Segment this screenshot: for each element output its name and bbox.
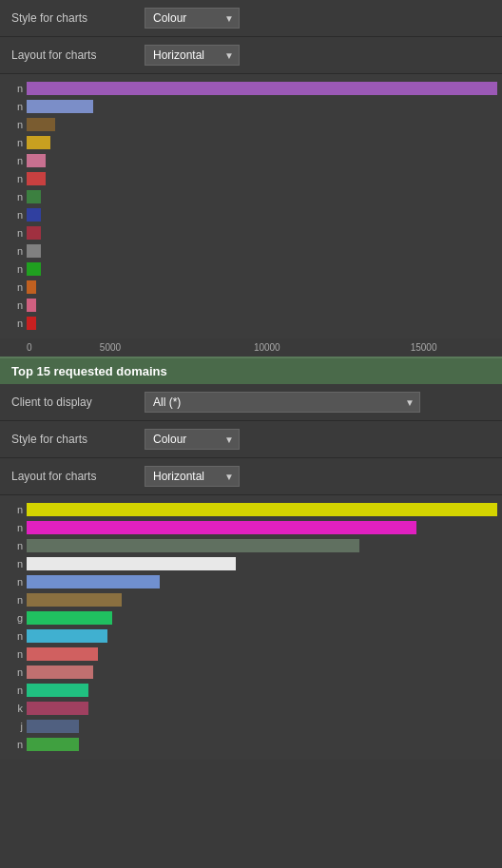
layout-label-top: Layout for charts [11,48,145,62]
style-select-top[interactable]: Colour [145,8,240,29]
bar-track [27,82,502,95]
bar-fill [27,521,416,534]
bar-track [27,720,502,733]
bar-label: n [0,245,27,257]
style-label-top: Style for charts [11,11,145,25]
style-select-bottom[interactable]: Colour [145,429,240,450]
bar-track [27,503,502,516]
layout-controls-row-bottom: Layout for charts Horizontal ▼ [0,458,502,495]
layout-label-bottom: Layout for charts [11,470,145,483]
bar-fill [27,244,41,258]
bottom-chart: nnnnnngnnnnkjn [0,495,502,760]
bar-fill [27,593,122,607]
bar-label: n [0,630,27,642]
bar-track [27,190,502,203]
top-chart-bar-row: n [0,170,502,187]
bar-label: n [0,119,27,130]
bar-label: n [0,648,27,660]
bar-fill [27,557,236,570]
style-select-wrapper-bottom[interactable]: Colour ▼ [145,429,240,450]
bar-label: n [0,318,27,329]
bar-fill [27,720,79,733]
layout-select-top[interactable]: Horizontal [145,45,240,66]
bar-label: n [0,137,27,148]
bar-track [27,317,502,330]
bar-fill [27,280,36,294]
top-chart-bar-row: n [0,315,502,332]
bar-label: n [0,209,27,221]
bottom-chart-bar-row: n [0,664,502,681]
bar-track [27,136,502,149]
bar-fill [27,299,36,312]
bar-label: n [0,558,27,569]
bottom-chart-bar-row: n [0,646,502,663]
layout-select-wrapper-bottom[interactable]: Horizontal ▼ [145,466,240,487]
bottom-section-header: Top 15 requested domains [0,357,502,384]
x-tick: 10000 [188,342,345,353]
top-chart-bar-row: n [0,116,502,133]
top-chart-bar-row: n [0,279,502,296]
bar-fill [27,539,359,552]
bottom-chart-bar-row: n [0,573,502,590]
bar-label: n [0,739,27,750]
bar-track [27,593,502,607]
style-label-bottom: Style for charts [11,433,145,446]
bottom-chart-bar-row: j [0,718,502,735]
bar-fill [27,226,41,240]
bar-label: n [0,227,27,239]
bottom-chart-bar-row: n [0,591,502,608]
bar-track [27,738,502,751]
bar-fill [27,647,98,661]
bar-track [27,280,502,294]
client-select-wrapper[interactable]: All (*) ▼ [145,392,420,413]
top-chart-bar-row: n [0,134,502,151]
top-chart-bar-row: n [0,206,502,223]
bar-track [27,702,502,715]
bar-label: j [0,721,27,732]
bar-fill [27,190,41,203]
style-select-wrapper-top[interactable]: Colour ▼ [145,8,240,29]
bottom-chart-bar-row: n [0,682,502,699]
top-chart-bar-row: n [0,188,502,205]
bottom-chart-bar-row: n [0,555,502,572]
bottom-section: Top 15 requested domains Client to displ… [0,357,502,760]
bar-track [27,100,502,113]
bar-track [27,684,502,697]
top-chart-bar-row: n [0,297,502,314]
top-chart: nnnnnnnnnnnnnn [0,74,502,338]
client-select[interactable]: All (*) [145,392,420,413]
bar-track [27,611,502,625]
bar-fill [27,665,93,679]
bar-fill [27,154,46,167]
bar-label: g [0,612,27,624]
top-x-axis: 050001000015000 [0,338,502,357]
top-chart-bar-row: n [0,224,502,241]
bottom-chart-bar-row: k [0,700,502,717]
bar-label: n [0,83,27,94]
bottom-chart-bar-row: g [0,609,502,627]
bar-track [27,629,502,643]
bar-fill [27,684,88,697]
bar-track [27,226,502,240]
layout-select-bottom[interactable]: Horizontal [145,466,240,487]
bar-label: n [0,299,27,311]
bar-label: k [0,703,27,714]
bar-fill [27,82,497,95]
top-chart-bar-row: n [0,80,502,97]
top-chart-bar-row: n [0,260,502,278]
bar-fill [27,262,41,276]
bar-fill [27,629,107,643]
bar-fill [27,100,93,113]
bar-track [27,665,502,679]
top-chart-bar-row: n [0,242,502,260]
x-tick: 5000 [32,342,189,353]
bar-label: n [0,281,27,293]
bar-label: n [0,173,27,184]
bar-label: n [0,155,27,166]
bar-track [27,647,502,661]
style-controls-row-bottom: Style for charts Colour ▼ [0,421,502,458]
bar-track [27,244,502,258]
layout-controls-row-top: Layout for charts Horizontal ▼ [0,37,502,74]
top-chart-bar-row: n [0,152,502,169]
layout-select-wrapper-top[interactable]: Horizontal ▼ [145,45,240,66]
